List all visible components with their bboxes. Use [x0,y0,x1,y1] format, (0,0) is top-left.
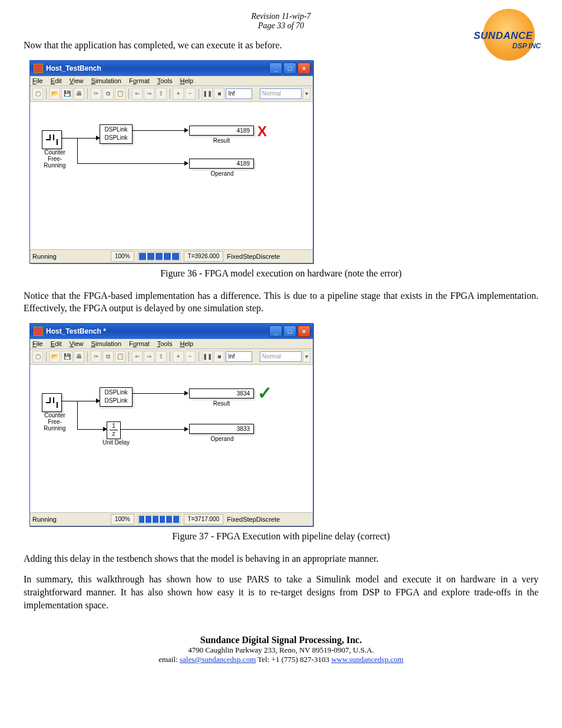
menu-edit[interactable]: Edit [51,340,62,347]
counter-label: CounterFree-Running [37,149,72,169]
menu-help[interactable]: Help [180,340,193,347]
app-icon [34,327,43,336]
window-title: Host_TestBench [46,64,101,73]
menu-file[interactable]: FFileile [32,77,43,84]
dsplink-block[interactable]: DSPLink DSPLink [100,124,133,144]
statusbar: Running 100% T=3717.000 FixedStepDiscret… [30,513,313,526]
zoom-in-icon[interactable]: + [173,88,183,100]
menu-view[interactable]: View [70,77,84,84]
dsplink-block[interactable]: DSPLink DSPLink [100,387,133,407]
cut-icon[interactable]: ✂ [91,88,101,100]
open-icon[interactable]: 📂 [49,88,60,100]
figure-36-caption: Figure 36 - FPGA model execution on hard… [24,268,538,279]
paragraph-1: Now that the application has completed, … [24,39,538,52]
operand-display[interactable]: 3833 [189,424,254,434]
counter-block[interactable] [42,393,62,412]
maximize-button[interactable]: □ [283,325,296,337]
pulse-icon [46,396,58,404]
mode-dropdown-arrow[interactable]: ▾ [303,88,310,100]
up-icon[interactable]: ⇧ [156,351,166,363]
progress-bar [138,252,180,261]
cut-icon[interactable]: ✂ [91,351,101,363]
status-pct: 100% [111,514,134,525]
close-button[interactable]: × [297,62,310,74]
paste-icon[interactable]: 📋 [115,351,125,363]
minimize-button[interactable]: _ [269,62,282,74]
menu-view[interactable]: View [70,340,84,347]
print-icon[interactable]: 🖶 [74,351,84,363]
model-canvas[interactable]: CounterFree-Running DSPLink DSPLink 4189… [30,102,313,250]
menu-file[interactable]: File [32,340,43,347]
zoom-out-icon[interactable]: − [185,88,196,100]
menu-help[interactable]: Help [180,77,193,84]
logo-text-2: DSP INC [513,42,541,50]
mode-dropdown[interactable]: Normal [260,351,302,362]
error-mark-icon: X [257,123,267,140]
copy-icon[interactable]: ⧉ [103,351,113,363]
minimize-button[interactable]: _ [269,325,282,337]
save-icon[interactable]: 💾 [61,351,72,363]
stop-time-field[interactable]: Inf [226,88,252,99]
titlebar[interactable]: Host_TestBench * _ □ × [30,324,313,339]
operand-label: Operand [204,170,240,177]
figure-37-caption: Figure 37 - FPGA Execution with pipeline… [24,531,538,542]
footer-contact: email: sales@sundancedsp.com Tel: +1 (77… [24,655,538,664]
fwd-icon[interactable]: ⇒ [144,351,154,363]
menu-simulation[interactable]: Simulation [91,340,121,347]
mode-dropdown[interactable]: Normal [260,88,302,99]
open-icon[interactable]: 📂 [49,351,60,363]
menu-tools[interactable]: Tools [157,340,173,347]
footer-url-link[interactable]: www.sundancedsp.com [331,655,404,664]
menu-edit[interactable]: Edit [51,77,62,84]
counter-block[interactable] [42,130,62,149]
new-icon[interactable]: ▢ [32,88,43,100]
copy-icon[interactable]: ⧉ [103,88,113,100]
up-icon[interactable]: ⇧ [156,88,166,100]
back-icon[interactable]: ⇐ [132,88,143,100]
result-display[interactable]: 3834 [189,388,254,398]
paste-icon[interactable]: 📋 [115,88,125,100]
mode-dropdown-arrow[interactable]: ▾ [303,351,310,363]
save-icon[interactable]: 💾 [61,88,72,100]
operand-display[interactable]: 4189 [189,159,254,169]
model-canvas[interactable]: CounterFree-Running DSPLink DSPLink 1 z … [30,365,313,513]
progress-bar [138,515,180,524]
fwd-icon[interactable]: ⇒ [144,88,154,100]
status-running: Running [32,253,57,260]
print-icon[interactable]: 🖶 [74,88,84,100]
menu-format[interactable]: Format [129,77,150,84]
figure-36: Host_TestBench _ □ × FFileile Edit View … [29,60,538,263]
result-label: Result [207,400,236,407]
titlebar[interactable]: Host_TestBench _ □ × [30,61,313,76]
footer-company: Sundance Digital Signal Processing, Inc. [24,635,538,645]
new-icon[interactable]: ▢ [32,351,43,363]
stop-icon[interactable]: ■ [214,351,224,363]
page-line: Page 33 of 70 [24,21,538,31]
stop-time-field[interactable]: Inf [226,351,252,362]
menu-tools[interactable]: Tools [157,77,173,84]
maximize-button[interactable]: □ [283,62,296,74]
zoom-out-icon[interactable]: − [185,351,196,363]
result-display[interactable]: 4189 [189,126,254,136]
close-button[interactable]: × [297,325,310,337]
page-footer: Sundance Digital Signal Processing, Inc.… [24,635,538,664]
simulink-window-36: Host_TestBench _ □ × FFileile Edit View … [29,60,313,263]
footer-address: 4790 Caughlin Parkway 233, Reno, NV 8951… [24,645,538,655]
status-running: Running [32,516,57,523]
menu-simulation[interactable]: Simulation [91,77,121,84]
menubar: File Edit View Simulation Format Tools H… [30,339,313,349]
pause-icon[interactable]: ❚❚ [202,351,213,363]
status-solver: FixedStepDiscrete [227,516,280,523]
unit-delay-label: Unit Delay [100,439,133,446]
menu-format[interactable]: Format [129,340,150,347]
unit-delay-block[interactable]: 1 z [107,421,121,439]
pause-icon[interactable]: ❚❚ [202,88,213,100]
app-icon [34,64,43,73]
stop-icon[interactable]: ■ [214,88,224,100]
back-icon[interactable]: ⇐ [132,351,143,363]
counter-label: CounterFree-Running [37,412,72,431]
zoom-in-icon[interactable]: + [173,351,183,363]
pulse-icon [46,133,58,141]
footer-email-link[interactable]: sales@sundancedsp.com [180,655,256,664]
paragraph-2: Notice that the FPGA-based implementatio… [24,289,538,315]
